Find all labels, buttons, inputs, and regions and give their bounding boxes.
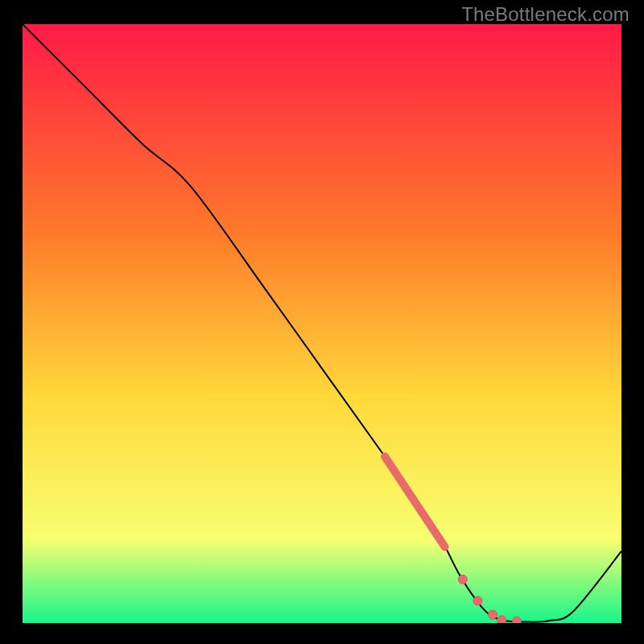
watermark-text: TheBottleneck.com	[461, 3, 630, 26]
bottleneck-curve-chart	[23, 24, 621, 623]
trough-marker	[473, 597, 482, 605]
chart-outer: TheBottleneck.com	[0, 0, 644, 644]
plot-frame	[23, 24, 621, 623]
trough-marker	[458, 575, 467, 584]
trough-marker	[512, 617, 521, 623]
trough-marker	[497, 616, 506, 623]
trough-marker	[489, 610, 497, 619]
